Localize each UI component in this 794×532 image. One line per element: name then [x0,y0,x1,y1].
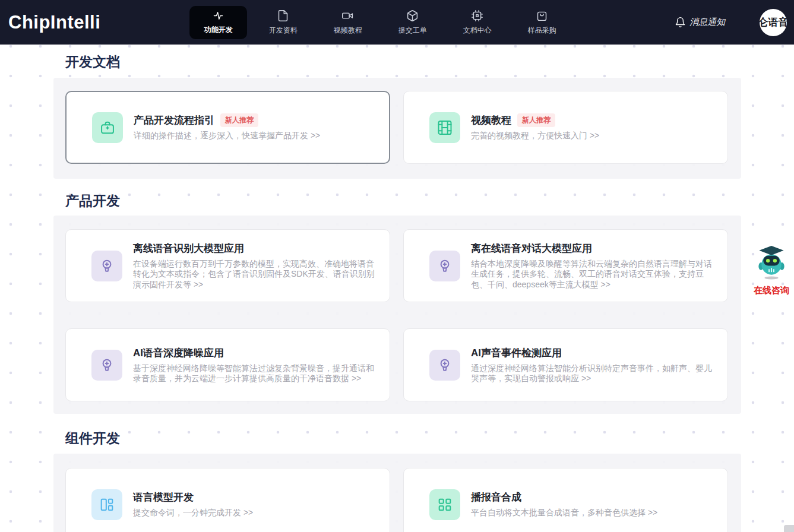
nav-item-sample-purchase[interactable]: 样品采购 [510,6,574,39]
lightbulb-icon [91,251,122,281]
card-text: 视频教程 新人推荐 完善的视频教程，方便快速入门 >> [471,113,713,141]
film-icon [429,112,460,143]
page: ChipIntelli 功能开发 开发资料 视频教程 提交工单 文档中心 [0,0,794,532]
nav-item-doc-center[interactable]: 文档中心 [445,6,510,39]
card-title: 语言模型开发 [133,490,194,504]
card-title: 离在线语音对话大模型应用 [471,242,592,255]
card-desc-link[interactable]: 通过深度神经网络算法智能分析识别特定声音事件，如鼾声、婴儿哭声等，实现自动警报或… [471,363,713,384]
card-ai-noise-reduction[interactable]: AI语音深度降噪应用 基于深度神经网络降噪等智能算法过滤复杂背景噪音，提升通话和… [65,328,390,401]
card-title: 产品开发流程指引 [134,113,214,127]
card-desc-link[interactable]: 基于深度神经网络降噪等智能算法过滤复杂背景噪音，提升通话和录音质量，并为云端进一… [133,363,375,384]
card-desc-link[interactable]: 结合本地深度降噪及唤醒等算法和云端复杂的自然语言理解与对话生成任务，提供多轮、流… [471,259,713,290]
notifications-label: 消息通知 [689,17,725,28]
shopping-bag-icon [536,10,548,22]
card-language-model-dev[interactable]: 语言模型开发 提交命令词，一分钟完成开发 >> [65,468,390,532]
section-title-product-dev: 产品开发 [65,192,794,210]
nav-item-label: 文档中心 [463,26,492,36]
card-text: AI声音事件检测应用 通过深度神经网络算法智能分析识别特定声音事件，如鼾声、婴儿… [471,346,713,384]
consult-label: 在线咨询 [752,285,790,296]
nav-item-label: 样品采购 [528,26,556,36]
main-content: 开发文档 产品开发流程指引 新人推荐 详细的操作描述，逐步深入，快速掌握产品开发… [0,45,794,532]
card-text: 语言模型开发 提交命令词，一分钟完成开发 >> [133,490,375,518]
cube-icon [406,10,419,22]
online-consult-widget[interactable]: 在线咨询 [752,245,790,296]
nav-item-submit-ticket[interactable]: 提交工单 [380,6,445,39]
card-title: 离线语音识别大模型应用 [133,242,244,255]
nav-item-video-tutorials[interactable]: 视频教程 [315,6,380,39]
card-text: 播报音合成 平台自动将文本批量合成语音，多种音色供选择 >> [471,490,713,518]
avatar[interactable]: 仑语音 [760,9,787,36]
robot-mascot-icon [757,245,786,280]
video-camera-icon [341,10,354,22]
card-online-voice-dialog-llm[interactable]: 离在线语音对话大模型应用 结合本地深度降噪及唤醒等算法和云端复杂的自然语言理解与… [403,229,728,302]
card-desc-link[interactable]: 提交命令词，一分钟完成开发 >> [133,508,375,518]
lightbulb-icon [429,350,460,381]
card-ai-sound-event-detection[interactable]: AI声音事件检测应用 通过深度神经网络算法智能分析识别特定声音事件，如鼾声、婴儿… [403,328,728,401]
nav-menu: 功能开发 开发资料 视频教程 提交工单 文档中心 样品采购 [189,6,574,39]
nav-item-label: 提交工单 [398,26,427,36]
section-panel-dev-docs: 产品开发流程指引 新人推荐 详细的操作描述，逐步深入，快速掌握产品开发 >> 视… [53,78,741,179]
section-title-component-dev: 组件开发 [65,429,794,448]
nav-item-label: 开发资料 [269,26,298,36]
corner-element[interactable] [784,525,794,532]
file-icon [277,10,289,22]
grid-2x2-icon [429,489,460,520]
bell-icon [675,17,686,28]
card-video-tutorials[interactable]: 视频教程 新人推荐 完善的视频教程，方便快速入门 >> [403,91,728,164]
card-text: 产品开发流程指引 新人推荐 详细的操作描述，逐步深入，快速掌握产品开发 >> [134,113,375,141]
chip-icon [471,10,483,22]
card-desc-link[interactable]: 在设备端运行数百万到千万参数的模型，实现高效、准确地将语音转化为文本或指令；包含… [133,259,375,290]
card-desc-link[interactable]: 平台自动将文本批量合成语音，多种音色供选择 >> [471,508,713,518]
new-user-badge: 新人推荐 [517,113,555,127]
new-user-badge: 新人推荐 [220,113,258,127]
nav-item-function-dev[interactable]: 功能开发 [189,6,247,39]
card-product-dev-guide[interactable]: 产品开发流程指引 新人推荐 详细的操作描述，逐步深入，快速掌握产品开发 >> [65,91,390,164]
card-broadcast-voice-synthesis[interactable]: 播报音合成 平台自动将文本批量合成语音，多种音色供选择 >> [403,468,728,532]
notifications-button[interactable]: 消息通知 [675,17,725,28]
card-text: AI语音深度降噪应用 基于深度神经网络降噪等智能算法过滤复杂背景噪音，提升通话和… [133,346,375,384]
card-desc-link[interactable]: 详细的操作描述，逐步深入，快速掌握产品开发 >> [134,131,375,141]
lightbulb-icon [429,251,460,281]
top-navbar: ChipIntelli 功能开发 开发资料 视频教程 提交工单 文档中心 [0,0,794,45]
card-title: 视频教程 [471,113,511,127]
briefcase-icon [92,112,123,143]
section-panel-component-dev: 语言模型开发 提交命令词，一分钟完成开发 >> 播报音合成 平台自动将文本批量合… [53,454,741,532]
card-text: 离线语音识别大模型应用 在设备端运行数百万到千万参数的模型，实现高效、准确地将语… [133,242,375,290]
activity-icon [212,10,224,22]
card-title: AI声音事件检测应用 [471,346,562,360]
card-title: 播报音合成 [471,490,521,504]
nav-right: 消息通知 仑语音 [675,9,794,36]
nav-item-label: 视频教程 [334,26,362,36]
brand-logo[interactable]: ChipIntelli [8,12,100,33]
card-desc-link[interactable]: 完善的视频教程，方便快速入门 >> [471,131,713,141]
layout-grid-icon [91,489,122,520]
card-title: AI语音深度降噪应用 [133,346,224,360]
section-panel-product-dev: 离线语音识别大模型应用 在设备端运行数百万到千万参数的模型，实现高效、准确地将语… [53,216,741,414]
section-title-dev-docs: 开发文档 [65,45,794,71]
card-text: 离在线语音对话大模型应用 结合本地深度降噪及唤醒等算法和云端复杂的自然语言理解与… [471,242,713,290]
lightbulb-icon [91,350,122,381]
nav-item-label: 功能开发 [204,25,233,35]
card-offline-asr-llm[interactable]: 离线语音识别大模型应用 在设备端运行数百万到千万参数的模型，实现高效、准确地将语… [65,229,390,302]
nav-item-dev-resources[interactable]: 开发资料 [251,6,315,39]
